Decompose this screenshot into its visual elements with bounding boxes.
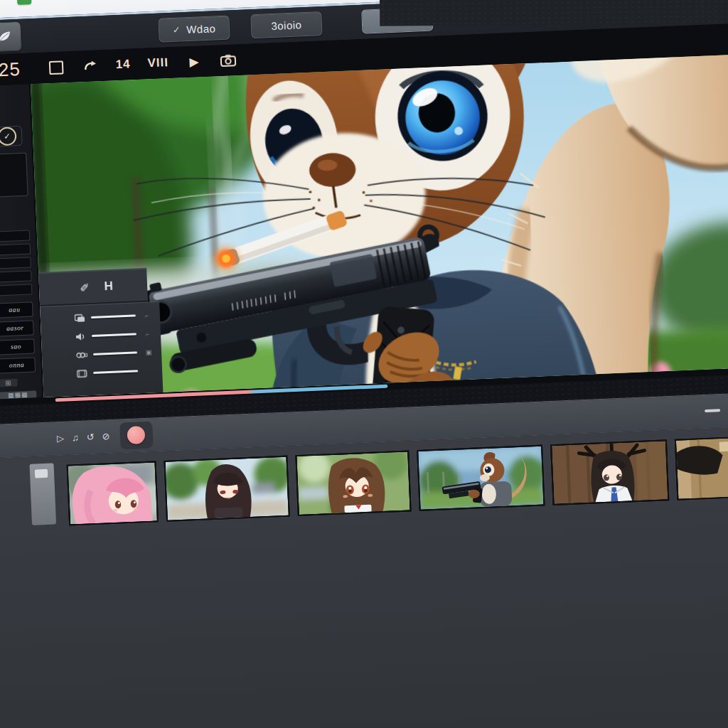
- slider-row-2: ⌐: [75, 329, 154, 341]
- sidebar-button-list: aau aasor sao onna: [0, 301, 36, 373]
- slider-side-icon: [144, 370, 155, 371]
- tab-favicon-icon: [17, 0, 32, 5]
- transport-audio-icon[interactable]: ♫: [72, 432, 79, 443]
- dock-footer-panel: [29, 463, 56, 525]
- transport-icon-group: ▷ ♫ ↺ ⊘: [57, 431, 110, 444]
- main-area: ✓ aau aasor sao onna ⊞ ▦▦▦: [0, 54, 728, 400]
- check-circle-icon: ✓: [0, 127, 17, 146]
- slider-row-1: ⌐: [75, 311, 153, 323]
- slider-row-4: [77, 366, 155, 378]
- slider-row-3: ▣: [76, 348, 154, 360]
- time-display: 6:25: [0, 58, 21, 81]
- filmstrip-thumb-3[interactable]: [295, 450, 411, 516]
- record-button-pad: [119, 421, 154, 449]
- redo-icon[interactable]: [81, 57, 99, 75]
- layer-row[interactable]: [0, 257, 31, 269]
- film-icon: [77, 369, 87, 378]
- layer-row[interactable]: [0, 230, 30, 242]
- crop-icon[interactable]: [47, 58, 65, 76]
- layer-row[interactable]: [0, 284, 32, 296]
- handle-icon[interactable]: H: [104, 279, 113, 293]
- slider-side-icon[interactable]: ⌐: [141, 311, 153, 319]
- check-tool-button[interactable]: ✓: [0, 126, 23, 147]
- transport-loop-icon[interactable]: ↺: [86, 432, 95, 442]
- adjustment-sliders-panel: ⌐ ⌐ ▣: [40, 301, 163, 397]
- layer-row[interactable]: [0, 243, 31, 255]
- leaf-button[interactable]: [0, 21, 22, 53]
- transport-play-icon[interactable]: ▷: [57, 433, 65, 444]
- sidebar-item-4[interactable]: onna: [0, 357, 36, 373]
- monitor-bezel-dark: [379, 0, 728, 26]
- slider-side-icon[interactable]: ▣: [143, 348, 154, 356]
- filmstrip-thumb-6[interactable]: [675, 432, 728, 500]
- pen-icon[interactable]: ✎: [78, 282, 92, 292]
- roman-label[interactable]: VIII: [147, 55, 168, 70]
- tab-title[interactable]: Sacranting— LLa Gamagesir: [43, 0, 174, 1]
- volume-dash[interactable]: [705, 409, 720, 412]
- filmstrip: [0, 425, 728, 728]
- record-button[interactable]: [127, 426, 145, 444]
- sidebar-item-2[interactable]: aasor: [0, 320, 34, 336]
- video-button[interactable]: ✓ Wdao: [158, 16, 230, 43]
- leaf-icon: [0, 29, 13, 44]
- slider-track[interactable]: [91, 314, 136, 318]
- transport-disable-icon[interactable]: ⊘: [102, 431, 110, 441]
- sidebar-preview-panel[interactable]: [0, 153, 28, 198]
- slider-track[interactable]: [93, 351, 137, 355]
- pen-panel: ✎ H: [38, 267, 148, 306]
- filmstrip-thumb-2[interactable]: [164, 455, 289, 521]
- sidebar-badge[interactable]: ⊞: [0, 378, 18, 387]
- middle-button[interactable]: 3oioio: [250, 11, 322, 38]
- slider-track[interactable]: [92, 333, 136, 337]
- camera-icon[interactable]: [219, 51, 237, 69]
- slider-track[interactable]: [93, 370, 138, 374]
- screen-photo: + Sacranting— LLa Gamagesir Gana smay ✓ …: [0, 0, 728, 728]
- layer-row[interactable]: [0, 270, 32, 282]
- filmstrip-thumb-1[interactable]: [67, 461, 159, 525]
- filmstrip-thumb-4[interactable]: [417, 444, 545, 510]
- video-button-label: Wdao: [186, 22, 216, 36]
- count-label[interactable]: 14: [115, 57, 131, 72]
- play-export-icon[interactable]: ▶: [186, 53, 203, 70]
- layers-icon: [76, 350, 87, 360]
- sidebar-item-3[interactable]: sao: [0, 338, 35, 355]
- middle-button-label: 3oioio: [271, 18, 302, 32]
- image-adjust-icon: [75, 314, 85, 323]
- filmstrip-thumb-5[interactable]: [550, 439, 669, 505]
- sidebar-layer-rows: [0, 230, 32, 296]
- editor-canvas[interactable]: IIIllIIIlI IIl: [31, 54, 728, 397]
- check-icon: ✓: [172, 24, 181, 35]
- slider-side-icon[interactable]: ⌐: [142, 330, 154, 338]
- new-tab-button[interactable]: +: [0, 0, 6, 6]
- speaker-icon: [75, 332, 86, 341]
- sidebar-item-1[interactable]: aau: [0, 301, 33, 318]
